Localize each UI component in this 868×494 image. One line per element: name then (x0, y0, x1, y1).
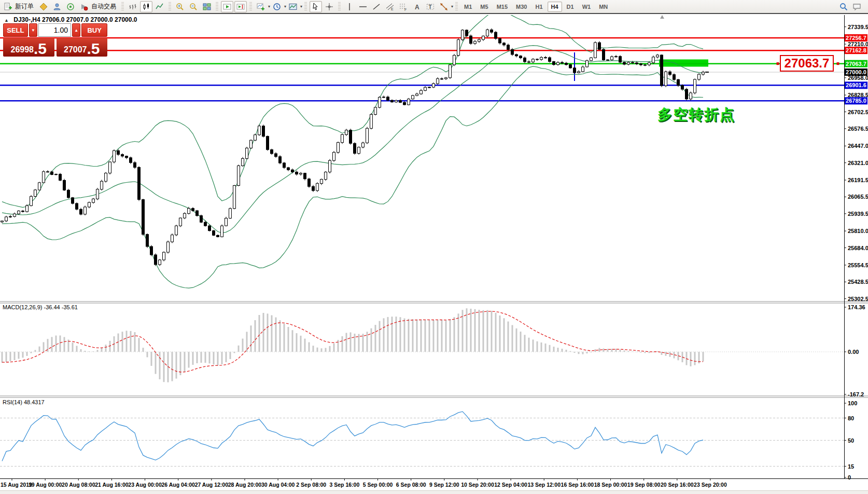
svg-text:26447.0: 26447.0 (848, 143, 868, 149)
vertical-line-tool-button[interactable] (343, 1, 356, 12)
svg-text:21 Aug 16:00: 21 Aug 16:00 (95, 482, 129, 488)
zoom-in-button[interactable] (174, 1, 186, 12)
horizontal-line-tool-button[interactable] (357, 1, 369, 12)
toolbar-grip (121, 2, 124, 11)
arrows-tool-button[interactable] (438, 1, 450, 12)
zoom-out-button[interactable] (187, 1, 200, 12)
toolbar-grip (338, 2, 341, 11)
volume-input[interactable] (38, 23, 71, 37)
svg-text:20 Sep 16:00: 20 Sep 16:00 (661, 482, 694, 488)
sell-button[interactable]: SELL (3, 23, 28, 37)
zoom-out-icon (189, 3, 198, 11)
svg-text:23 Sep 20:00: 23 Sep 20:00 (694, 482, 727, 488)
chart-canvas[interactable]: 27339.527210.026958.026828.526702.526576… (0, 0, 868, 494)
buy-price[interactable]: 27007 .5 (57, 38, 108, 57)
svg-text:27339.5: 27339.5 (848, 24, 868, 30)
timeframe-M30[interactable]: M30 (512, 2, 530, 12)
svg-text:26576.5: 26576.5 (848, 126, 868, 132)
arrows-caret[interactable]: ▾ (451, 4, 453, 9)
toolbar: 新订单 自动交易 (0, 0, 868, 14)
autotrading-label[interactable]: 自动交易 (91, 2, 116, 11)
autotrading-icon (80, 3, 88, 11)
svg-text:174.36: 174.36 (848, 304, 865, 310)
timeframe-M5[interactable]: M5 (477, 2, 492, 12)
svg-text:3 Sep 16:00: 3 Sep 16:00 (330, 482, 360, 488)
svg-text:23 Aug 00:00: 23 Aug 00:00 (128, 482, 162, 488)
sell-price-main: 26998 (10, 46, 34, 54)
svg-text:A: A (415, 3, 419, 10)
svg-text:30 Aug 04:00: 30 Aug 04:00 (261, 482, 295, 488)
auto-scroll-icon (223, 3, 231, 11)
line-selection-marker[interactable] (837, 62, 839, 65)
search-button[interactable] (837, 1, 850, 12)
rsi-line (2, 411, 703, 461)
volume-increase-button[interactable]: ▲ (72, 23, 80, 37)
text-tool-button[interactable]: A (411, 1, 423, 12)
autotrading-button[interactable] (78, 1, 90, 12)
new-order-label[interactable]: 新订单 (15, 2, 34, 11)
crosshair-button[interactable] (323, 1, 335, 12)
equidistant-channel-icon: E (386, 3, 394, 11)
chart-annotation-text[interactable]: 多空转折点 (657, 105, 735, 125)
tile-windows-button[interactable] (201, 1, 213, 12)
text-label-tool-button[interactable]: T (424, 1, 437, 12)
new-chart-caret[interactable]: ▾ (268, 4, 270, 9)
market-button[interactable] (37, 1, 50, 12)
trendline-tool-button[interactable] (370, 1, 383, 12)
cursor-button[interactable] (310, 1, 322, 12)
toolbar-grip (169, 2, 171, 11)
text-icon: A (413, 3, 421, 11)
toolbar-grip (249, 2, 252, 11)
macd-histogram (2, 308, 703, 382)
svg-text:27210.0: 27210.0 (848, 41, 868, 47)
sell-price[interactable]: 26998 .5 (3, 38, 54, 57)
macd-label: MACD(12,26,9) -36.44 -35.61 (3, 304, 78, 310)
svg-text:15 Aug 2019: 15 Aug 2019 (1, 482, 32, 488)
community-button[interactable] (51, 1, 63, 12)
timeframe-MN[interactable]: MN (595, 2, 611, 12)
buy-price-frac: .5 (87, 42, 100, 56)
timeframe-H4[interactable]: H4 (548, 2, 562, 12)
auto-scroll-button[interactable] (221, 1, 233, 12)
new-order-button[interactable] (2, 1, 14, 12)
channel-tool-button[interactable]: E (384, 1, 396, 12)
new-chart-button[interactable] (255, 1, 267, 12)
candlestick-chart-button[interactable] (140, 1, 152, 12)
svg-text:6 Sep 08:00: 6 Sep 08:00 (396, 482, 426, 488)
svg-text:27063.7: 27063.7 (846, 61, 866, 67)
line-selection-marker[interactable] (777, 62, 779, 65)
chat-button[interactable] (851, 1, 863, 12)
timeframe-M15[interactable]: M15 (493, 2, 511, 12)
templates-button[interactable] (287, 1, 299, 12)
chart-shift-marker[interactable] (660, 15, 664, 19)
price-callout-box[interactable]: 27063.7 (780, 55, 834, 72)
signals-button[interactable] (64, 1, 77, 12)
new-order-icon (4, 3, 12, 11)
vertical-line-icon (345, 3, 354, 11)
timeframe-D1[interactable]: D1 (563, 2, 578, 12)
zoom-in-icon (176, 3, 184, 11)
timeframe-M1[interactable]: M1 (460, 2, 475, 12)
timeframe-H1[interactable]: H1 (531, 2, 546, 12)
periods-caret[interactable]: ▾ (284, 4, 286, 9)
svg-text:26 Aug 04:00: 26 Aug 04:00 (162, 482, 195, 488)
bar-chart-button[interactable] (127, 1, 139, 12)
timeframe-W1[interactable]: W1 (579, 2, 595, 12)
volume-decrease-button[interactable]: ▼ (29, 23, 37, 37)
svg-text:25302.5: 25302.5 (848, 296, 868, 302)
signals-icon (66, 3, 75, 11)
chart-shift-button[interactable] (234, 1, 247, 12)
buy-button[interactable]: BUY (81, 23, 107, 37)
templates-caret[interactable]: ▾ (300, 4, 302, 9)
horizontal-line-icon (359, 3, 367, 11)
line-chart-button[interactable] (153, 1, 166, 12)
templates-icon (289, 3, 297, 11)
fibonacci-tool-button[interactable]: F (397, 1, 410, 12)
svg-text:E: E (391, 7, 394, 11)
svg-text:0.00: 0.00 (848, 349, 859, 355)
collapse-panel-icon[interactable]: ▲ (4, 18, 9, 23)
svg-text:16 Sep 16:00: 16 Sep 16:00 (561, 482, 594, 488)
buy-price-main: 27007 (64, 46, 87, 54)
periods-button[interactable] (271, 1, 283, 12)
community-icon (53, 3, 61, 11)
